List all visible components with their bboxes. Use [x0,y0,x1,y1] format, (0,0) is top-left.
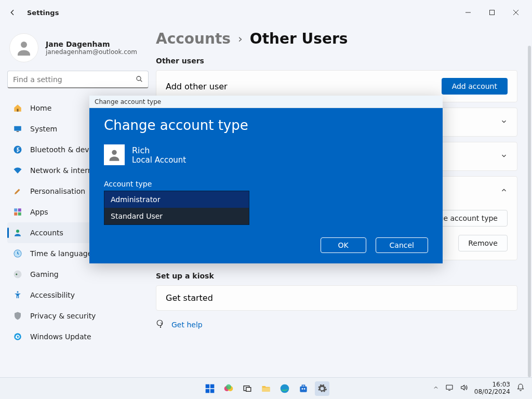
svg-rect-1 [490,10,495,15]
search-box[interactable] [7,71,149,88]
svg-point-13 [16,230,19,233]
dialog-account-kind: Local Account [132,155,186,165]
svg-rect-6 [14,126,21,131]
taskbar-app-store[interactable] [296,381,311,396]
svg-point-3 [137,76,141,81]
taskbar-app-taskview[interactable] [240,381,255,396]
sidebar-item-accessibility[interactable]: Accessibility [7,285,149,305]
minimize-button[interactable] [456,4,480,21]
dropdown-option-administrator[interactable]: Administrator [104,191,249,208]
sidebar-item-label: Apps [30,208,48,216]
get-help-link[interactable]: Get help [171,321,203,329]
get-started-label: Get started [166,293,213,303]
user-name: Jane Dagenham [46,40,137,48]
svg-rect-30 [246,387,251,391]
settings-window: Settings Jane Dagenham janedagenham@outl… [0,0,532,399]
clock-icon [12,248,23,259]
ok-button[interactable]: OK [321,237,366,253]
cancel-button[interactable]: Cancel [376,237,428,253]
svg-point-28 [226,384,231,389]
start-button[interactable] [203,381,217,396]
shield-icon [12,311,23,321]
taskbar-app-edge[interactable] [277,381,292,396]
svg-line-4 [140,80,142,82]
system-tray: 16:03 08/02/2024 [433,381,532,396]
titlebar: Settings [0,0,532,25]
sidebar-item-label: Home [30,104,51,112]
get-help-row[interactable]: Get help [156,319,517,330]
add-account-button[interactable]: Add account [442,78,508,95]
user-email: janedagenham@outlook.com [46,48,137,56]
breadcrumb: Accounts › Other Users [156,30,517,47]
svg-point-16 [14,271,22,278]
sidebar-item-privacy[interactable]: Privacy & security [7,305,149,326]
account-type-label: Account type [104,180,428,188]
sidebar-item-label: Privacy & security [30,312,96,320]
svg-rect-25 [210,389,215,393]
section-other-users-heading: Other users [156,57,517,65]
svg-rect-34 [302,385,305,387]
sidebar-item-update[interactable]: Windows Update [7,326,149,347]
svg-rect-22 [206,384,210,388]
brush-icon [12,186,23,196]
sidebar-item-label: Accounts [30,229,63,237]
svg-rect-11 [14,212,17,216]
taskbar-center [203,381,329,396]
maximize-button[interactable] [480,4,504,21]
dialog-account-name: Rich [132,145,186,155]
apps-icon [12,207,23,217]
svg-rect-9 [14,208,17,211]
svg-point-20 [160,327,161,327]
dialog-titlebar: Change account type [89,96,443,108]
sidebar-item-label: Accessibility [30,291,75,299]
sidebar-item-label: System [30,125,57,133]
kiosk-panel[interactable]: Get started [156,285,517,311]
chevron-up-icon [500,186,508,196]
breadcrumb-parent[interactable]: Accounts [156,30,231,47]
sidebar-item-gaming[interactable]: Gaming [7,264,149,285]
avatar [104,144,125,165]
clock-time: 16:03 [474,381,510,389]
page-title: Other Users [250,30,348,47]
window-controls [456,4,528,21]
section-kiosk-heading: Set up a kiosk [156,272,517,280]
taskbar-clock[interactable]: 16:03 08/02/2024 [474,381,510,396]
bluetooth-icon [12,144,23,155]
notifications-icon[interactable] [516,383,525,393]
dialog-account-row: Rich Local Account [104,144,428,165]
add-other-user-label: Add other user [166,82,228,91]
back-button[interactable] [4,4,21,21]
remove-button[interactable]: Remove [458,235,508,251]
tray-overflow-icon[interactable] [433,384,439,392]
dropdown-option-standard[interactable]: Standard User [104,208,249,224]
scrollbar[interactable] [528,46,531,377]
change-account-type-dialog: Change account type Change account type … [89,96,443,263]
svg-point-32 [281,384,289,393]
sidebar-item-label: Gaming [30,270,59,278]
svg-point-21 [112,150,116,155]
chevron-down-icon [500,152,508,162]
account-type-dropdown[interactable]: Administrator Standard User [104,191,249,225]
taskbar-app-copilot[interactable] [221,381,236,396]
volume-icon[interactable] [460,383,468,393]
dialog-heading: Change account type [104,117,428,133]
accounts-icon [12,228,23,238]
system-icon [12,124,23,134]
svg-rect-31 [262,388,270,392]
window-title: Settings [27,9,59,17]
user-block[interactable]: Jane Dagenham janedagenham@outlook.com [7,30,149,71]
svg-point-2 [21,42,27,48]
taskbar-app-explorer[interactable] [259,381,273,396]
network-icon[interactable] [445,383,454,393]
svg-rect-37 [446,385,453,389]
svg-rect-24 [206,389,210,393]
gaming-icon [12,269,23,280]
wifi-icon [12,165,23,176]
search-input[interactable] [7,71,149,88]
close-button[interactable] [504,4,528,21]
sidebar-item-label: Personalisation [30,187,85,195]
search-icon [135,75,143,85]
taskbar: 16:03 08/02/2024 [0,377,532,399]
taskbar-app-settings[interactable] [315,381,329,396]
accessibility-icon [12,290,23,300]
